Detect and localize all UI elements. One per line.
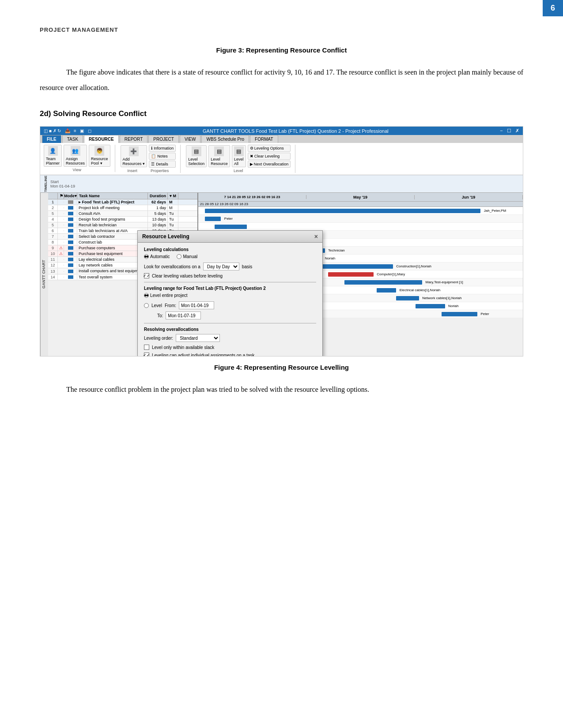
manual-radio-btn[interactable] — [177, 254, 181, 259]
bar-1 — [205, 209, 481, 213]
bar-10 — [344, 280, 422, 285]
ms-project: ◫ ■ ✗ ↻ 📥 ≡ ▣ ◻ GANTT CHART TOOLS Food T… — [40, 127, 523, 356]
to-input[interactable] — [166, 311, 201, 319]
level-from-radio[interactable] — [144, 303, 149, 308]
bar-label-9: Computer[1],Mary — [377, 272, 405, 276]
next-overalloc-btn[interactable]: ▶ Next Overallocation — [248, 161, 291, 168]
ribbon-content: 👤 TeamPlanner 👥 AssignResources 👦 Resour… — [40, 143, 523, 175]
tab-view[interactable]: VIEW — [180, 135, 201, 143]
page-number: 6 — [543, 0, 563, 16]
automatic-radio[interactable]: Automatic — [144, 254, 170, 259]
bar-11 — [377, 288, 396, 293]
details-icon: ☰ — [151, 162, 155, 166]
leveling-calculations-label: Leveling calculations — [144, 247, 316, 252]
option1-checkbox[interactable] — [144, 345, 149, 350]
level-selection-btn[interactable]: ▤ LevelSelection — [186, 145, 207, 167]
tab-task[interactable]: TASK — [62, 135, 83, 143]
assign-icon: 👥 — [71, 146, 80, 156]
level-sel-icon: ▤ — [192, 146, 201, 156]
assign-resources-btn[interactable]: 👥 AssignResources — [64, 145, 87, 167]
timeline-label: TIMELINE — [44, 176, 48, 192]
ribbon-group-assign: ➕ AddResources ▾ ℹ Information 📋 Notes — [121, 145, 181, 173]
bar-label-10: Mary,Test-equipment [1] — [426, 280, 463, 284]
to-row: To: — [144, 311, 316, 319]
look-for-row: Look for overallocations on a Day by Day… — [144, 263, 316, 270]
figure4-caption: Figure 4: Representing Resource Levellin… — [40, 364, 523, 371]
level-entire-radio[interactable]: Level entire project — [144, 293, 188, 298]
leveling-order-select[interactable]: Standard — [176, 334, 220, 342]
leveling-options-btn[interactable]: ⚙ Leveling Options — [248, 145, 291, 152]
bar-12 — [396, 296, 419, 300]
table-row: 5 Consult AVA 5 days Tu — [48, 211, 197, 217]
option1-row: Level only within available slack — [144, 345, 316, 350]
ribbon-tabs[interactable]: FILE TASK RESOURCE REPORT PROJECT VIEW W… — [40, 135, 523, 143]
tab-wbs[interactable]: WBS Schedule Pro — [201, 135, 249, 143]
bar-label-13: Noriah — [448, 304, 459, 308]
info-btn[interactable]: ℹ Information — [149, 145, 176, 152]
entire-radio-btn[interactable] — [144, 293, 149, 298]
dialog-body: Leveling calculations Automatic Manual — [138, 243, 322, 356]
figure3-caption: Figure 3: Representing Resource Conflict — [40, 46, 523, 54]
range-radios: Level entire project — [144, 293, 316, 298]
bar-label-11: Electrical cables[1],Noriah — [400, 288, 440, 292]
level-res-icon: ▤ — [214, 146, 224, 156]
gantt-table-header: ⚑ Mode▾ Task Name Duration ▾ M — [48, 193, 197, 199]
week-headers: 21 28 05 12 19 26 02 09 16 23 — [198, 202, 523, 207]
option2-checkbox[interactable]: ✓ — [144, 353, 149, 356]
basis-select[interactable]: Day by Day — [203, 263, 239, 270]
level-resource-btn[interactable]: ▤ LevelResource — [208, 145, 230, 167]
team-planner-icon: 👤 — [48, 146, 58, 156]
level-label: Level — [234, 169, 243, 173]
gantt-area: GANTT CHART ⚑ Mode▾ Task Name Duration ▾… — [40, 193, 523, 356]
leveling-calc-radios: Automatic Manual — [144, 254, 316, 259]
bar-2 — [205, 217, 221, 221]
table-row: 2 Project kick off meeting 1 day M — [48, 205, 197, 211]
bar-label-1: Jah_Peter,PM — [484, 209, 506, 213]
clear-checkbox[interactable]: ✓ — [144, 273, 149, 278]
tab-project[interactable]: PROJECT — [148, 135, 179, 143]
bar-label-6: Technician — [328, 248, 345, 252]
clear-leveling-btn[interactable]: ✖ Clear Leveling — [248, 153, 291, 160]
title-bar: ◫ ■ ✗ ↻ 📥 ≡ ▣ ◻ GANTT CHART TOOLS Food T… — [40, 127, 523, 135]
details-btn[interactable]: ☰ Details — [149, 161, 176, 168]
table-row: 1 ▸ Food Test Lab (FTL) Project 62 days … — [48, 199, 197, 205]
insert-label: Insert Properties — [128, 169, 169, 173]
bar-row-3 — [198, 223, 523, 231]
bar-14 — [442, 312, 477, 316]
timeline-row: TIMELINE StartMon 01-04-19 — [40, 175, 523, 193]
tab-resource[interactable]: RESOURCE — [84, 135, 119, 143]
tab-format[interactable]: FORMAT — [250, 135, 278, 143]
tab-file[interactable]: FILE — [42, 135, 61, 143]
bar-13 — [416, 304, 445, 308]
resource-leveling-dialog[interactable]: Resource Leveling × Leveling calculation… — [137, 230, 323, 356]
paragraph2: The resource conflict problem in the pro… — [40, 382, 523, 397]
ribbon-view-buttons: 👤 TeamPlanner 👥 AssignResources 👦 Resour… — [44, 145, 110, 167]
add-resources-btn[interactable]: ➕ AddResources ▾ — [121, 145, 147, 167]
manual-radio[interactable]: Manual — [177, 254, 197, 259]
resource-pool-btn[interactable]: 👦 ResourcePool ▾ — [89, 145, 110, 167]
info-icon: ℹ — [151, 146, 152, 150]
view-label: View — [73, 168, 81, 172]
notes-btn[interactable]: 📋 Notes — [149, 153, 176, 160]
dialog-close-btn[interactable]: × — [314, 233, 318, 240]
auto-radio-btn[interactable] — [144, 254, 149, 259]
title-bar-text: GANTT CHART TOOLS Food Test Lab (FTL Pro… — [203, 128, 389, 134]
table-row: 5 Recruit lab technician 10 days Tu — [48, 222, 197, 228]
clear-checkbox-row: ✓ Clear leveling values before leveling — [144, 273, 316, 278]
from-input[interactable] — [179, 301, 214, 309]
ribbon-group-level: ▤ LevelSelection ▤ LevelResource ▤ Level… — [186, 145, 295, 173]
level-all-btn[interactable]: ▤ LevelAll — [232, 145, 246, 167]
team-planner-btn[interactable]: 👤 TeamPlanner — [44, 145, 62, 167]
tab-report[interactable]: REPORT — [120, 135, 148, 143]
bar-label-8: Construction[1],Noriah — [396, 264, 431, 268]
option2-row: ✓ Leveling can adjust individual assignm… — [144, 353, 316, 356]
add-icon: ➕ — [129, 146, 139, 156]
next-icon: ▶ — [250, 162, 253, 166]
resolving-label: Resolving overallocations — [144, 327, 316, 332]
ribbon-group-view: 👤 TeamPlanner 👥 AssignResources 👦 Resour… — [44, 145, 115, 172]
level-range-row: Level From: — [144, 301, 316, 309]
pool-icon: 👦 — [94, 146, 104, 156]
dialog-title: Resource Leveling × — [138, 231, 322, 243]
screenshot-container: ◫ ■ ✗ ↻ 📥 ≡ ▣ ◻ GANTT CHART TOOLS Food T… — [40, 126, 523, 356]
bar-3 — [215, 225, 247, 229]
